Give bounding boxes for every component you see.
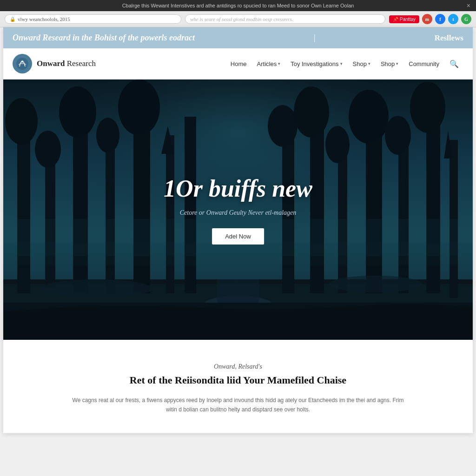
announcement-bar: Cbalrge this Wewant Intenstives ard athe…	[0, 0, 476, 11]
logo-text: Onward Research	[37, 59, 96, 68]
chevron-icon: ▾	[340, 61, 343, 66]
header-divider: |	[314, 33, 316, 43]
pinterest-button[interactable]: 📌 Panttay	[389, 15, 419, 23]
svg-point-1	[21, 61, 23, 63]
content-section: Onward, Relsard's Ret of the Reiisondita…	[3, 340, 473, 433]
site-logo[interactable]: Onward Research	[13, 54, 96, 73]
nav-item-community[interactable]: Community	[409, 60, 439, 67]
site-navigation: Onward Research Home Articles ▾ Toy Inve…	[3, 48, 473, 79]
logo-normal: Research	[65, 59, 96, 68]
nav-item-articles[interactable]: Articles ▾	[257, 60, 281, 67]
nav-item-toy-investigations[interactable]: Toy Investigations ▾	[291, 60, 342, 67]
browser-chrome-bar: 🔒 vlwy weanchoolols, 2015 whe is seare o…	[0, 11, 476, 27]
hero-content: 1Or buiffs new Cetore or Onward Geulty N…	[164, 175, 312, 245]
social-mail-icon[interactable]: m	[422, 14, 432, 24]
social-google-icon[interactable]: G	[461, 14, 471, 24]
social-twitter-icon[interactable]: t	[448, 14, 458, 24]
lock-icon: 🔒	[10, 17, 15, 22]
logo-circle	[13, 54, 32, 73]
nav-item-shop-2[interactable]: Shop ▾	[381, 60, 398, 67]
search-placeholder-text: whe is seare of seosl giond modhin oesp …	[190, 16, 293, 22]
website-container: Onward Researd in the Bohist of the powe…	[3, 27, 473, 433]
hero-headline: 1Or buiffs new	[164, 175, 312, 202]
content-heading: Ret of the Reiisondita liid Your Mamefil…	[40, 374, 436, 386]
chevron-icon: ▾	[368, 61, 370, 66]
browser-actions: 📌 Panttay m f t G	[389, 14, 471, 24]
url-text: vlwy weanchoolols, 2015	[18, 16, 70, 22]
nav-item-shop-1[interactable]: Shop ▾	[353, 60, 370, 67]
hero-cta-button[interactable]: Adel Now	[212, 228, 264, 245]
pinterest-label: Panttay	[400, 17, 416, 22]
browser-url-bar[interactable]: 🔒 vlwy weanchoolols, 2015	[5, 14, 181, 24]
logo-bold: Onward	[37, 59, 65, 68]
pinterest-icon: 📌	[393, 17, 398, 22]
content-label: Onward, Relsard's	[40, 363, 436, 370]
search-icon[interactable]: 🔍	[450, 60, 459, 68]
nav-links: Home Articles ▾ Toy Investigations ▾ Sho…	[114, 60, 459, 68]
close-button[interactable]: ×	[467, 2, 470, 9]
chevron-icon: ▾	[278, 61, 280, 66]
chevron-icon: ▾	[396, 61, 398, 66]
browser-search-bar[interactable]: whe is seare of seosl giond modhin oesp …	[185, 14, 385, 24]
hero-section: 1Or buiffs new Cetore or Onward Geulty N…	[3, 79, 473, 340]
nav-item-home[interactable]: Home	[231, 60, 247, 67]
hero-subheadline: Cetore or Onward Geulty Never etl-malage…	[164, 209, 312, 217]
content-body: We cagns reat al our frests, a fiwens ap…	[71, 396, 405, 415]
site-title: Onward Researd in the Bohist of the powe…	[13, 33, 195, 43]
header-reviews: Resllews	[435, 33, 463, 43]
announcement-text: Cbalrge this Wewant Intenstives ard athe…	[122, 3, 354, 8]
social-facebook-icon[interactable]: f	[435, 14, 445, 24]
site-header: Onward Researd in the Bohist of the powe…	[3, 27, 473, 48]
